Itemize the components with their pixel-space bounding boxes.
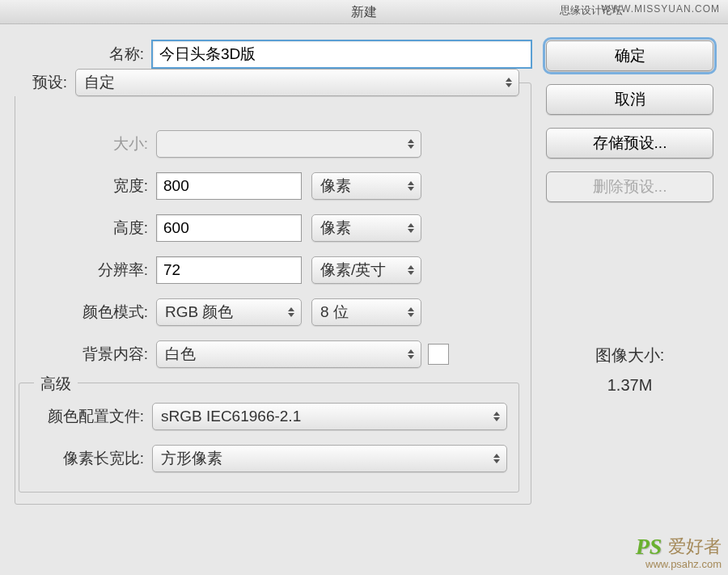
chevron-updown-icon [408, 139, 414, 149]
colormode-label: 颜色模式: [19, 302, 156, 323]
width-unit-select[interactable]: 像素 [311, 172, 421, 200]
resolution-unit-select[interactable]: 像素/英寸 [311, 256, 421, 284]
colorprofile-label: 颜色配置文件: [23, 406, 152, 427]
height-unit-select[interactable]: 像素 [311, 214, 421, 242]
delete-preset-button: 删除预设... [546, 171, 713, 202]
resolution-input[interactable] [156, 256, 302, 284]
bg-color-swatch[interactable] [428, 344, 449, 365]
chevron-updown-icon [408, 181, 414, 191]
name-input[interactable] [152, 40, 531, 68]
size-select [156, 130, 421, 158]
height-label: 高度: [19, 218, 156, 239]
bgcontent-label: 背景内容: [19, 344, 156, 365]
chevron-updown-icon [506, 78, 512, 87]
window-title: 新建 [351, 5, 377, 19]
chevron-updown-icon [408, 265, 414, 275]
colorprofile-select[interactable]: sRGB IEC61966-2.1 [152, 403, 507, 430]
watermark-ps-logo: PS [636, 534, 662, 560]
watermark-bottom-url: www.psahz.com [636, 558, 722, 570]
chevron-updown-icon [493, 454, 500, 463]
colormode-select[interactable]: RGB 颜色 [156, 298, 302, 326]
height-input[interactable] [156, 214, 302, 242]
chevron-updown-icon [408, 307, 414, 317]
watermark-text: 爱好者 [668, 535, 722, 559]
save-preset-button[interactable]: 存储预设... [546, 128, 713, 159]
chevron-updown-icon [408, 349, 414, 359]
width-label: 宽度: [19, 175, 156, 197]
resolution-label: 分辨率: [19, 260, 156, 281]
image-size-info: 图像大小: 1.37M [546, 345, 713, 395]
bitdepth-select[interactable]: 8 位 [311, 298, 421, 326]
image-size-value: 1.37M [546, 376, 713, 395]
preset-select[interactable]: 自定 [75, 69, 519, 96]
watermark-url: WWW.MISSYUAN.COM [601, 3, 720, 15]
name-label: 名称: [15, 44, 152, 65]
width-input[interactable] [156, 172, 302, 200]
size-label: 大小: [19, 133, 156, 154]
chevron-updown-icon [493, 412, 500, 421]
advanced-fieldset: 高级 颜色配置文件: sRGB IEC61966-2.1 像素长宽比: 方形像素 [19, 383, 519, 493]
pixelaspect-label: 像素长宽比: [23, 448, 152, 469]
bgcontent-select[interactable]: 白色 [156, 340, 421, 368]
image-size-label: 图像大小: [546, 345, 713, 366]
chevron-updown-icon [288, 307, 294, 317]
watermark-bottom: PS 爱好者 www.psahz.com [636, 534, 722, 570]
preset-label: 预设: [12, 72, 75, 93]
chevron-updown-icon [408, 223, 414, 233]
cancel-button[interactable]: 取消 [546, 84, 713, 115]
pixelaspect-select[interactable]: 方形像素 [152, 445, 507, 472]
advanced-legend: 高级 [34, 374, 78, 395]
preset-fieldset: 预设: 自定 大小: 宽度: 像素 [15, 82, 531, 505]
ok-button[interactable]: 确定 [546, 40, 713, 71]
